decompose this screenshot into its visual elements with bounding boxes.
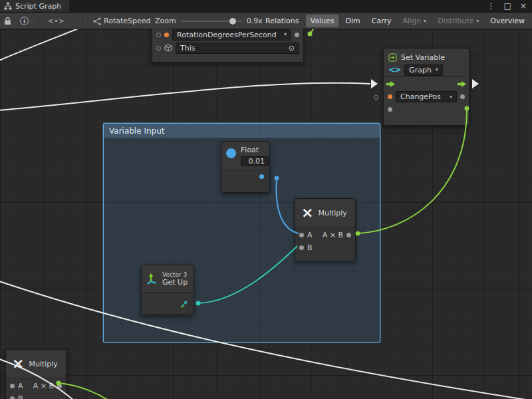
node-title: Multiply bbox=[318, 209, 346, 217]
info-icon: i bbox=[20, 17, 29, 25]
flow-wire-endpoint bbox=[371, 79, 378, 88]
toolbar-separator bbox=[82, 16, 83, 26]
graph-breadcrumb[interactable]: RotateSpeed bbox=[93, 13, 151, 29]
caret-down-icon: ▾ bbox=[450, 94, 452, 100]
input-port[interactable] bbox=[156, 33, 161, 37]
code-icon: <•> bbox=[48, 17, 65, 25]
caret-down-icon: ▾ bbox=[284, 32, 287, 37]
vector-output-port[interactable] bbox=[180, 300, 188, 308]
node-set-variable[interactable]: Set Variable <> Graph ▾ ChangePos ▾ bbox=[383, 48, 469, 126]
variable-name-dropdown[interactable]: RotationDegreesPerSecond ▾ bbox=[172, 29, 291, 41]
toolbar-button-align[interactable]: Align▾ bbox=[398, 15, 432, 27]
output-port[interactable] bbox=[295, 33, 299, 37]
group-header[interactable]: Variable Input bbox=[104, 124, 380, 138]
zoom-slider-handle[interactable] bbox=[229, 18, 236, 25]
input-port-a[interactable] bbox=[299, 233, 304, 237]
cube-icon bbox=[164, 44, 172, 52]
multiply-icon: × bbox=[301, 205, 313, 220]
caret-down-icon: ▾ bbox=[436, 67, 438, 72]
output-port[interactable] bbox=[57, 384, 62, 388]
value-wire-green bbox=[310, 29, 319, 34]
output-port[interactable] bbox=[346, 233, 351, 237]
script-graph-icon bbox=[4, 2, 12, 10]
node-vector3-get-up[interactable]: Vector 3 Get Up bbox=[141, 265, 194, 315]
input-port-b[interactable] bbox=[299, 245, 304, 250]
graph-canvas[interactable]: Variable Input RotationDegreesPerSecond … bbox=[0, 29, 532, 399]
float-type-icon bbox=[226, 148, 236, 158]
tab-script-graph[interactable]: Script Graph bbox=[0, 0, 69, 12]
value-wire-green bbox=[59, 383, 114, 399]
graph-asset-icon bbox=[93, 17, 101, 25]
input-port-b[interactable] bbox=[10, 396, 15, 399]
angle-brackets-icon: <> bbox=[388, 65, 400, 74]
group-title: Variable Input bbox=[109, 126, 164, 136]
multiply-icon: × bbox=[12, 356, 24, 371]
toolbar-button-distribute[interactable]: Distribute▾ bbox=[433, 15, 483, 27]
info-button[interactable]: i bbox=[20, 13, 29, 29]
caret-down-icon: ▾ bbox=[476, 19, 479, 24]
flow-in-port[interactable] bbox=[386, 81, 395, 87]
target-picker-icon[interactable]: ⊙ bbox=[289, 44, 295, 53]
flow-wire-endpoint bbox=[472, 79, 479, 88]
toolbar-button-overview[interactable]: Overview bbox=[485, 15, 529, 27]
toolbar-button-carry[interactable]: Carry bbox=[367, 15, 396, 27]
toolbar-buttons: Relations Values Dim Carry Align▾ Distri… bbox=[261, 15, 532, 27]
node-float[interactable]: Float 0.01 bbox=[221, 141, 270, 193]
unconnected-port[interactable] bbox=[374, 95, 378, 100]
close-icon[interactable]: × bbox=[520, 1, 527, 11]
lock-button[interactable] bbox=[4, 13, 11, 29]
lock-icon bbox=[4, 17, 11, 25]
variable-port[interactable] bbox=[388, 94, 392, 99]
float-output-port[interactable] bbox=[259, 174, 264, 179]
node-rotation-variable[interactable]: RotationDegreesPerSecond ▾ This ⊙ bbox=[152, 29, 304, 63]
flow-out-port[interactable] bbox=[458, 81, 466, 87]
node-title: Float bbox=[241, 146, 269, 154]
set-variable-icon bbox=[388, 53, 397, 62]
value-input-port[interactable] bbox=[388, 107, 392, 112]
output-port[interactable] bbox=[460, 94, 465, 99]
flow-wire bbox=[0, 83, 370, 110]
flow-wire bbox=[0, 29, 80, 61]
window-titlebar: Script Graph ⋮ □ × bbox=[0, 0, 532, 13]
toolbar-button-values[interactable]: Values bbox=[306, 15, 339, 27]
window-title: Script Graph bbox=[15, 2, 61, 11]
input-port-a[interactable] bbox=[10, 384, 15, 388]
graph-toolbar: i <•> RotateSpeed Zoom 0.9x Relations Va… bbox=[0, 13, 532, 29]
node-title: Multiply bbox=[29, 360, 57, 368]
input-port[interactable] bbox=[156, 46, 161, 51]
variable-port[interactable] bbox=[164, 33, 169, 37]
menu-icon[interactable]: ⋮ bbox=[487, 1, 495, 11]
zoom-slider[interactable] bbox=[182, 17, 241, 26]
toolbar-button-relations[interactable]: Relations bbox=[261, 15, 304, 27]
node-title: Set Variable bbox=[401, 53, 445, 62]
code-view-toggle[interactable]: <•> bbox=[48, 13, 65, 29]
maximize-icon[interactable]: □ bbox=[504, 1, 511, 11]
float-value-input[interactable]: 0.01 bbox=[241, 156, 269, 166]
zoom-label: Zoom bbox=[155, 17, 176, 25]
variable-name-dropdown[interactable]: ChangePos ▾ bbox=[396, 91, 457, 102]
toolbar-button-dim[interactable]: Dim bbox=[340, 15, 364, 27]
caret-down-icon: ▾ bbox=[424, 19, 426, 24]
vector3-icon bbox=[146, 273, 158, 285]
node-multiply[interactable]: × Multiply A A × B B bbox=[295, 198, 356, 261]
graph-name: RotateSpeed bbox=[104, 17, 151, 25]
variable-scope-dropdown[interactable]: Graph ▾ bbox=[404, 65, 443, 76]
node-multiply-2[interactable]: × Multiply A A × B B bbox=[5, 349, 66, 399]
toolbar-separator bbox=[39, 16, 39, 26]
target-field[interactable]: This ⊙ bbox=[176, 43, 299, 54]
